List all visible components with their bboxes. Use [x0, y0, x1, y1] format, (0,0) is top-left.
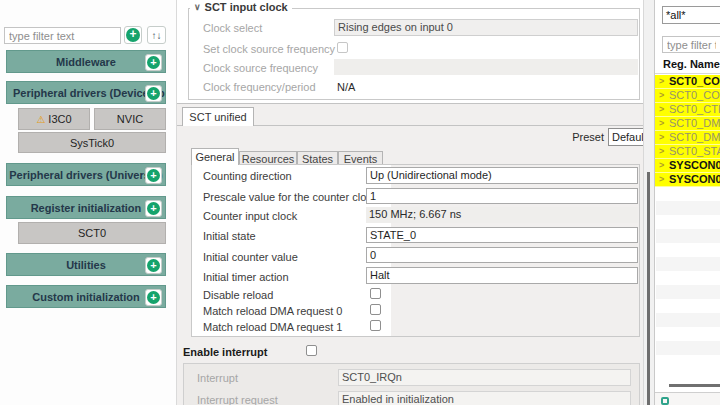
add-middleware-button[interactable]: + [145, 54, 162, 71]
expand-icon[interactable]: > [659, 131, 669, 144]
register-scope-dropdown[interactable]: *all* [662, 6, 720, 24]
tab-general[interactable]: General [191, 148, 239, 165]
disable-reload-label: Disable reload [203, 289, 273, 301]
initial-counter-value-label: Initial counter value [203, 251, 298, 263]
partial-icon [661, 397, 669, 405]
register-row[interactable]: > SYSCON0_ [655, 159, 720, 173]
component-i3c0[interactable]: ⚠ I3C0 [18, 108, 90, 130]
expand-icon[interactable]: > [659, 173, 669, 186]
match-reload-dma1-checkbox[interactable] [370, 320, 381, 331]
register-filter-input[interactable] [662, 36, 720, 53]
register-row[interactable]: > SCT0_CON [655, 75, 720, 89]
tab-label: Resources [242, 153, 295, 165]
tab-sct-unified[interactable]: SCT unified [182, 107, 254, 126]
initial-state-dropdown[interactable]: STATE_0 [366, 227, 638, 243]
sidebar-group-middleware[interactable]: Middleware + [6, 50, 166, 73]
registers-panel: *all* Reg. Name > SCT0_CON > SCT0_COU > … [654, 0, 720, 405]
reg-name-column-header[interactable]: Reg. Name [663, 58, 720, 70]
counting-direction-dropdown[interactable]: Up (Unidirectional mode) [366, 167, 638, 184]
tab-resources[interactable]: Resources [239, 151, 297, 165]
match-reload-dma0-checkbox[interactable] [370, 304, 381, 315]
expand-icon[interactable]: > [659, 89, 669, 102]
register-row[interactable]: > SCT0_DMA [655, 117, 720, 131]
plus-icon: + [147, 169, 160, 182]
panel-divider [177, 103, 643, 104]
add-peripheral-universal-button[interactable]: + [145, 167, 162, 184]
clock-select-combobox[interactable]: Rising edges on input 0 [334, 19, 638, 36]
sort-icon: ↑↓ [152, 30, 162, 41]
component-nvic[interactable]: NVIC [94, 108, 166, 130]
clock-source-frequency-field [334, 59, 638, 75]
sidebar-group-peripheral-universal[interactable]: Peripheral drivers (Universal) + [6, 163, 166, 186]
header-divider [655, 73, 720, 74]
expand-icon[interactable]: > [659, 117, 669, 130]
add-register-init-button[interactable]: + [145, 200, 162, 217]
tab-states[interactable]: States [297, 151, 338, 165]
sidebar-group-register-init[interactable]: Register initialization + [6, 196, 166, 219]
initial-state-label: Initial state [203, 230, 256, 242]
match-reload-dma1-label: Match reload DMA request 1 [203, 321, 342, 333]
sidebar-group-utilities[interactable]: Utilities + [6, 253, 166, 276]
tab-label: SCT unified [189, 111, 246, 123]
clock-select-label: Clock select [203, 22, 262, 34]
component-label: I3C0 [48, 113, 71, 125]
sort-button[interactable]: ↑↓ [147, 26, 166, 44]
collapse-icon[interactable]: ∨ [194, 2, 201, 12]
group-label: Middleware [7, 56, 165, 68]
register-row[interactable]: > SYSCON0_ [655, 173, 720, 187]
component-label: NVIC [117, 113, 143, 125]
set-clock-source-frequency-checkbox [337, 42, 348, 53]
components-sidebar: + ↑↓ Middleware + Peripheral drivers (De… [0, 0, 177, 405]
clock-source-frequency-label: Clock source frequency [203, 62, 318, 74]
counter-input-clock-value: 150 MHz; 6.667 ns [366, 207, 638, 223]
preset-label: Preset [567, 131, 604, 143]
interrupt-dropdown: SCT0_IRQn [338, 369, 631, 386]
section-title-text: SCT input clock [205, 1, 288, 13]
plus-icon: + [147, 87, 160, 100]
sidebar-group-custom-init[interactable]: Custom initialization + [6, 285, 166, 308]
component-sct0[interactable]: SCT0 [18, 222, 166, 244]
tab-events[interactable]: Events [338, 151, 383, 165]
tab-label: States [302, 153, 333, 165]
register-row[interactable]: > SCT0_STAT [655, 145, 720, 159]
horizontal-scrollbar-thumb[interactable] [669, 384, 720, 387]
expand-icon[interactable]: > [659, 159, 669, 172]
interrupt-request-dropdown: Enabled in initialization [338, 391, 631, 405]
enable-interrupt-checkbox[interactable] [306, 345, 317, 356]
vertical-scrollbar-thumb[interactable] [647, 172, 650, 405]
component-label: SCT0 [78, 227, 106, 239]
add-utilities-button[interactable]: + [145, 257, 162, 274]
add-peripheral-device-button[interactable]: + [145, 85, 162, 102]
register-name: SYSCON0_ [669, 159, 720, 172]
bottom-section [655, 393, 720, 405]
disable-reload-checkbox[interactable] [370, 288, 381, 299]
sidebar-group-peripheral-device[interactable]: Peripheral drivers (Device spe + [6, 81, 166, 104]
register-name: SCT0_DMA [669, 117, 720, 130]
sct-input-clock-title: ∨ SCT input clock [190, 1, 292, 13]
tab-label: General [195, 151, 234, 163]
preset-dropdown[interactable]: Default [608, 128, 644, 146]
expand-icon[interactable]: > [659, 103, 669, 116]
expand-icon[interactable]: > [659, 75, 669, 88]
plus-icon: + [147, 291, 160, 304]
sidebar-filter-input[interactable] [4, 27, 121, 44]
component-systick0[interactable]: SysTick0 [18, 132, 166, 153]
plus-icon: + [147, 56, 160, 69]
expand-icon[interactable]: > [659, 145, 669, 158]
counting-direction-label: Counting direction [203, 170, 292, 182]
component-label: SysTick0 [70, 137, 114, 149]
clock-frequency-period-value: N/A [337, 81, 355, 93]
initial-counter-value-input[interactable]: 0 [366, 247, 638, 263]
empty-register-rows [656, 187, 720, 369]
add-custom-init-button[interactable]: + [145, 289, 162, 306]
register-row[interactable]: > SCT0_DMA [655, 131, 720, 145]
register-row[interactable]: > SCT0_CTR [655, 103, 720, 117]
prescale-label: Prescale value for the counter clock [203, 191, 377, 203]
initial-timer-action-dropdown[interactable]: Halt [366, 267, 638, 284]
add-component-button[interactable]: + [124, 26, 142, 44]
register-row[interactable]: > SCT0_COU [655, 89, 720, 103]
prescale-input[interactable]: 1 [366, 188, 638, 204]
interrupt-label: Interrupt [197, 372, 238, 384]
register-name: SCT0_COU [669, 89, 720, 102]
register-name: SCT0_CTR [669, 103, 720, 116]
